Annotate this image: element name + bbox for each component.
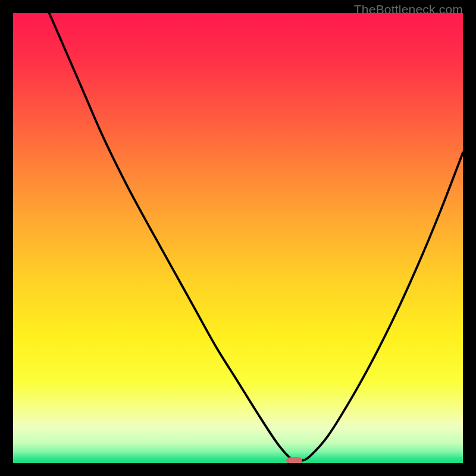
optimal-marker	[286, 457, 302, 463]
curve-layer	[13, 13, 463, 463]
watermark-text: TheBottleneck.com	[354, 2, 463, 17]
plot-area	[13, 13, 463, 463]
bottleneck-curve	[13, 13, 463, 461]
chart-stage: TheBottleneck.com	[0, 0, 476, 476]
